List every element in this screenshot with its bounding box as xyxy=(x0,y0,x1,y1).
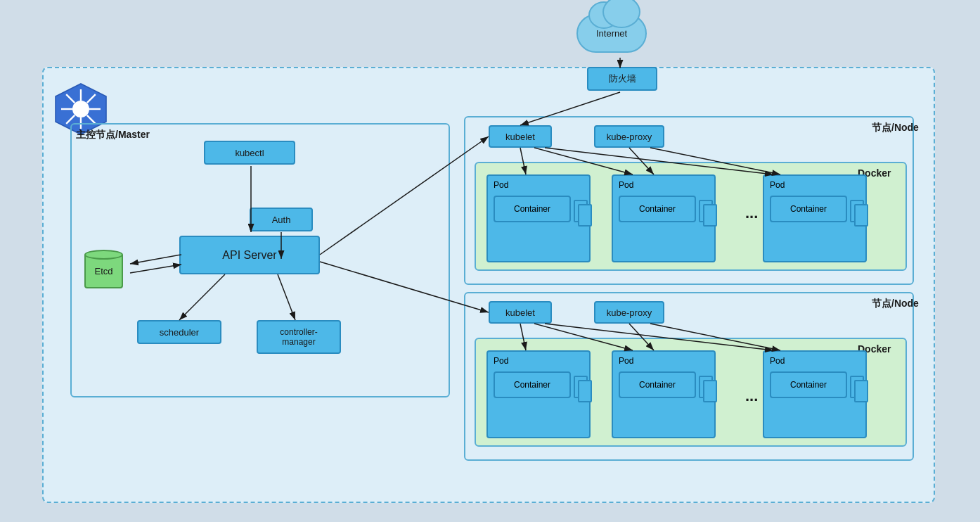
container-stack-4b xyxy=(578,380,592,402)
firewall-box: 防火墙 xyxy=(587,67,657,91)
container-label-6: Container xyxy=(770,371,847,398)
internet-section: Internet xyxy=(576,14,647,53)
pod-label-2: Pod xyxy=(619,180,633,190)
firewall-label: 防火墙 xyxy=(609,72,636,85)
kubelet-label-1: kubelet xyxy=(505,132,535,142)
container-stack-3b xyxy=(854,204,868,227)
kube-proxy-label-1: kube-proxy xyxy=(607,132,652,142)
dots-1: ... xyxy=(745,204,758,222)
etcd-label: Etcd xyxy=(94,266,112,276)
pod-2: Pod Container xyxy=(612,174,716,262)
pod-label-4: Pod xyxy=(494,356,508,366)
container-label-3: Container xyxy=(770,196,847,222)
pod-label-6: Pod xyxy=(770,356,785,366)
controller-manager-label: controller-manager xyxy=(280,327,317,347)
node-label-1: 节点/Node xyxy=(872,122,919,134)
kube-proxy-label-2: kube-proxy xyxy=(607,307,652,318)
api-server-box: API Server xyxy=(179,236,320,274)
node-label-2: 节点/Node xyxy=(872,298,919,310)
pod-3: Pod Container xyxy=(763,174,867,262)
pod-5: Pod Container xyxy=(612,350,716,438)
svg-point-1 xyxy=(72,101,89,117)
pod-1: Pod Container xyxy=(486,174,591,262)
api-server-label: API Server xyxy=(222,249,276,262)
container-stack-5b xyxy=(703,380,717,402)
scheduler-label: scheduler xyxy=(160,327,199,338)
master-label: 主控节点/Master xyxy=(76,129,150,141)
etcd-container: Etcd xyxy=(84,250,123,299)
kubelet-box-2: kubelet xyxy=(489,301,552,324)
internet-label: Internet xyxy=(596,28,627,39)
auth-box: Auth xyxy=(250,208,313,231)
etcd-cylinder: Etcd xyxy=(84,250,123,299)
controller-manager-box: controller-manager xyxy=(257,320,341,354)
kubectl-box: kubectl xyxy=(204,141,295,165)
container-stack-6b xyxy=(854,380,868,402)
auth-label: Auth xyxy=(272,215,291,225)
internet-cloud: Internet xyxy=(576,14,647,53)
pod-label-3: Pod xyxy=(770,180,785,190)
kube-proxy-box-2: kube-proxy xyxy=(594,301,664,324)
container-label-1: Container xyxy=(494,196,571,222)
kubelet-box-1: kubelet xyxy=(489,125,552,148)
pod-label-5: Pod xyxy=(619,356,633,366)
container-text-1: Container xyxy=(514,204,550,214)
kube-proxy-box-1: kube-proxy xyxy=(594,125,664,148)
container-text-6: Container xyxy=(790,380,827,390)
etcd-body: Etcd xyxy=(84,255,123,288)
container-text-5: Container xyxy=(639,380,676,390)
container-stack-2b xyxy=(703,204,717,227)
container-label-4: Container xyxy=(494,371,571,398)
etcd-top xyxy=(84,250,123,260)
container-stack-1b xyxy=(578,204,592,227)
scheduler-box: scheduler xyxy=(137,320,221,344)
kubelet-label-2: kubelet xyxy=(505,307,535,318)
pod-6: Pod Container xyxy=(763,350,867,438)
dots-2: ... xyxy=(745,387,758,405)
pod-label-1: Pod xyxy=(494,180,508,190)
container-label-2: Container xyxy=(619,196,696,222)
container-text-3: Container xyxy=(790,204,827,214)
pod-4: Pod Container xyxy=(486,350,591,438)
container-text-2: Container xyxy=(639,204,676,214)
kubectl-label: kubectl xyxy=(235,148,264,158)
container-text-4: Container xyxy=(514,380,550,390)
container-label-5: Container xyxy=(619,371,696,398)
